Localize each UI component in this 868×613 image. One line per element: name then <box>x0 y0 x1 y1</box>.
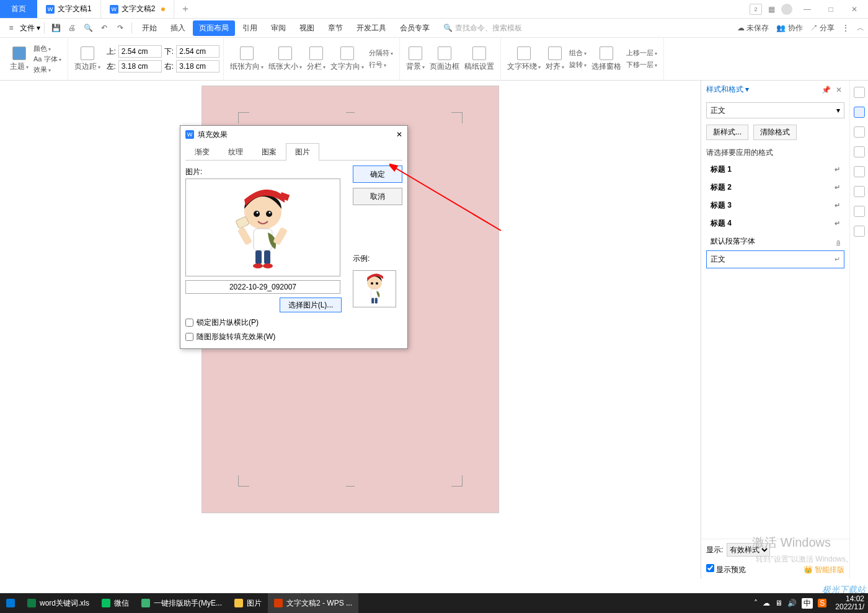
send-backward[interactable]: 下移一层 <box>626 60 657 69</box>
margin-bottom-input[interactable] <box>176 45 219 58</box>
side-tool-2[interactable] <box>854 107 865 118</box>
save-icon[interactable]: 💾 <box>48 20 63 35</box>
tab-doc1[interactable]: W文字文稿1 <box>37 0 101 18</box>
ribbon-tab-insert[interactable]: 插入 <box>164 20 192 36</box>
side-tool-4[interactable] <box>854 146 865 157</box>
taskbar-item-excel[interactable]: word关键词.xls <box>21 593 95 613</box>
selection-pane[interactable]: 选择窗格 <box>589 46 624 72</box>
pin-icon[interactable]: 📌 <box>819 86 833 94</box>
command-search[interactable]: 🔍 查找命令、搜索模板 <box>443 23 521 33</box>
undo-icon[interactable]: ↶ <box>97 20 112 35</box>
theme-color[interactable]: 颜色 <box>33 44 61 53</box>
dialog-tab-gradient[interactable]: 渐变 <box>185 143 219 161</box>
select-picture-button[interactable]: 选择图片(L)... <box>280 298 342 312</box>
coop-button[interactable]: 👥 协作 <box>776 23 802 33</box>
menu-icon[interactable]: ≡ <box>4 20 19 35</box>
style-body[interactable]: 正文↵ <box>706 250 844 268</box>
line-numbers[interactable]: 行号 <box>369 60 393 69</box>
dialog-close-icon[interactable]: ✕ <box>396 130 402 139</box>
tray-onedrive-icon[interactable]: ☁ <box>763 599 770 607</box>
side-tool-8[interactable] <box>854 226 865 237</box>
tray-volume-icon[interactable]: 🔊 <box>787 599 797 607</box>
rotate[interactable]: 旋转 <box>569 60 587 69</box>
taskbar-clock[interactable]: 14:02 2022/11/ <box>831 595 868 611</box>
tray-sogou-icon[interactable]: S <box>818 599 826 607</box>
side-tool-7[interactable] <box>854 206 865 217</box>
margin-top-input[interactable] <box>118 45 162 58</box>
dialog-cancel-button[interactable]: 取消 <box>353 188 402 205</box>
background[interactable]: 背景 <box>404 46 427 72</box>
taskbar-item-wechat[interactable]: 微信 <box>95 593 135 613</box>
tab-home[interactable]: 首页 <box>0 0 37 18</box>
manuscript[interactable]: 稿纸设置 <box>462 46 497 72</box>
collapse-ribbon-icon[interactable]: ︿ <box>857 23 864 33</box>
tab-doc2[interactable]: W文字文稿2 <box>101 0 175 18</box>
theme-button[interactable]: 主题 <box>7 46 31 72</box>
print-icon[interactable]: 🖨 <box>64 20 79 35</box>
dialog-tab-pattern[interactable]: 图案 <box>252 143 286 161</box>
clear-format-button[interactable]: 清除格式 <box>753 125 797 140</box>
ribbon-tab-layout[interactable]: 页面布局 <box>193 20 235 36</box>
apps-icon[interactable]: ▦ <box>768 5 775 14</box>
align[interactable]: 对齐 <box>543 46 567 72</box>
style-heading3[interactable]: 标题 3↵ <box>706 196 844 214</box>
show-preview-checkbox[interactable]: 显示预览 <box>706 564 746 575</box>
lock-aspect-checkbox[interactable]: 锁定图片纵横比(P) <box>185 317 347 328</box>
taskbar-item-layout[interactable]: 一键排版助手(MyE... <box>135 593 228 613</box>
redo-icon[interactable]: ↷ <box>113 20 128 35</box>
taskbar-item-pictures[interactable]: 图片 <box>228 593 268 613</box>
tab-add-button[interactable]: ＋ <box>174 0 197 18</box>
print-preview-icon[interactable]: 🔍 <box>81 20 95 35</box>
start-button[interactable] <box>0 593 21 613</box>
style-default-font[interactable]: 默认段落字体a <box>706 232 844 250</box>
group[interactable]: 组合 <box>569 48 587 58</box>
more-icon[interactable]: ⋮ <box>842 24 849 32</box>
theme-effect[interactable]: 效果 <box>33 65 61 74</box>
theme-font[interactable]: Aa 字体 <box>33 55 61 64</box>
tray-chevron-icon[interactable]: ˄ <box>754 599 758 607</box>
breaks[interactable]: 分隔符 <box>369 48 393 58</box>
text-wrap[interactable]: 文字环绕 <box>505 46 543 72</box>
ime-indicator[interactable]: 中 <box>802 598 813 609</box>
paper-size[interactable]: 纸张大小 <box>266 46 304 72</box>
avatar-icon[interactable] <box>781 4 792 15</box>
system-tray[interactable]: ˄ ☁ 🖥 🔊 中 S <box>749 598 831 609</box>
margin-right-input[interactable] <box>176 60 219 73</box>
new-style-button[interactable]: 新样式... <box>706 125 748 140</box>
bring-forward[interactable]: 上移一层 <box>626 48 657 58</box>
panel-close-icon[interactable]: ✕ <box>833 86 844 94</box>
columns[interactable]: 分栏 <box>304 46 328 72</box>
current-style-select[interactable]: 正文▾ <box>706 102 844 118</box>
ribbon-tab-view[interactable]: 视图 <box>293 20 321 36</box>
ribbon-tab-section[interactable]: 章节 <box>322 20 349 36</box>
side-tool-6[interactable] <box>854 186 865 197</box>
margins-button[interactable]: 页边距 <box>72 46 103 72</box>
ribbon-tab-devtools[interactable]: 开发工具 <box>350 20 392 36</box>
file-menu[interactable]: 文件 ▾ <box>20 23 40 33</box>
window-close-button[interactable]: ✕ <box>846 1 863 18</box>
rotate-fill-checkbox[interactable]: 随图形旋转填充效果(W) <box>185 332 402 342</box>
paper-direction[interactable]: 纸张方向 <box>228 46 266 72</box>
style-heading4[interactable]: 标题 4↵ <box>706 214 844 232</box>
dialog-tab-texture[interactable]: 纹理 <box>219 143 252 161</box>
side-tool-5[interactable] <box>854 166 865 177</box>
style-heading1[interactable]: 标题 1↵ <box>706 161 844 179</box>
share-button[interactable]: ↗ 分享 <box>810 23 835 33</box>
tray-network-icon[interactable]: 🖥 <box>775 599 782 607</box>
taskbar-item-wps[interactable]: 文字文稿2 - WPS ... <box>268 593 358 613</box>
side-tool-1[interactable] <box>854 87 865 98</box>
window-minimize-button[interactable]: — <box>799 1 816 18</box>
badge-icon[interactable]: 2 <box>750 4 762 15</box>
ribbon-tab-start[interactable]: 开始 <box>136 20 163 36</box>
window-maximize-button[interactable]: □ <box>822 1 839 18</box>
smart-layout-link[interactable]: 👑 智能排版 <box>804 565 844 575</box>
side-tool-3[interactable] <box>854 126 865 138</box>
ribbon-tab-vip[interactable]: 会员专享 <box>394 20 436 36</box>
margin-left-input[interactable] <box>118 60 162 73</box>
page-border[interactable]: 页面边框 <box>427 46 462 72</box>
dialog-tab-picture[interactable]: 图片 <box>286 143 319 161</box>
text-direction[interactable]: 文字方向 <box>328 46 366 72</box>
ribbon-tab-refs[interactable]: 引用 <box>236 20 264 36</box>
ribbon-tab-review[interactable]: 审阅 <box>265 20 292 36</box>
dialog-ok-button[interactable]: 确定 <box>353 165 402 183</box>
